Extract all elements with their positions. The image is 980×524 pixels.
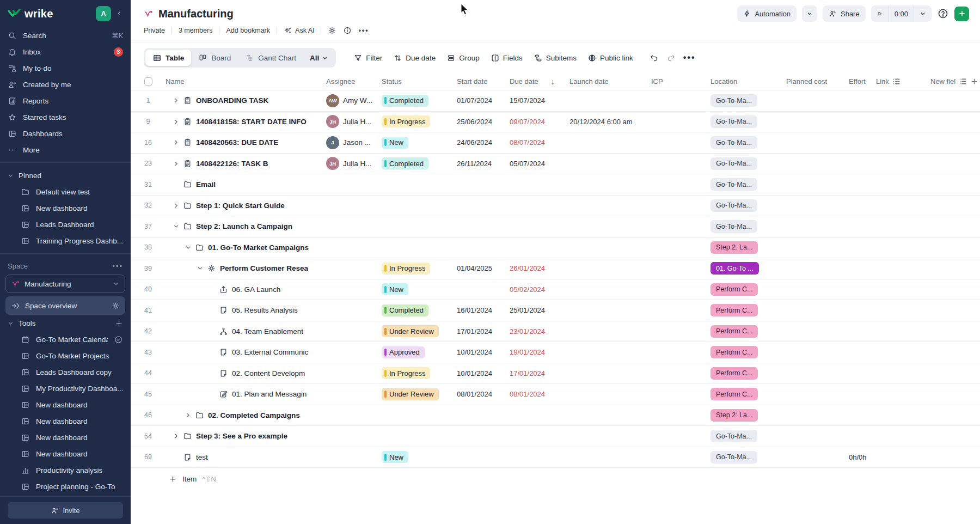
due-date[interactable]: 17/01/2024: [510, 369, 545, 377]
tools-section-header[interactable]: Tools: [0, 315, 131, 331]
task-name-cell[interactable]: 05. Results Analysis: [166, 306, 326, 315]
table-row[interactable]: 31 Email Go-To-Ma...: [131, 174, 980, 196]
column-header-location[interactable]: Location: [710, 77, 786, 86]
toolbar-filter[interactable]: Filter: [353, 53, 382, 63]
location-chip[interactable]: Go-To-Ma...: [710, 220, 757, 233]
column-header-assignee[interactable]: Assignee: [326, 77, 382, 86]
user-avatar[interactable]: A: [96, 6, 111, 21]
table-row[interactable]: 23 1408422126: TASK B JHJulia H... Compl…: [131, 154, 980, 175]
status-badge[interactable]: In Progress: [382, 367, 430, 379]
due-date[interactable]: 19/01/2024: [510, 348, 545, 356]
toolbar-public-link[interactable]: Public link: [587, 53, 633, 63]
location-chip[interactable]: Perform C...: [710, 388, 758, 400]
add-bookmark-button[interactable]: Add bookmark: [226, 27, 270, 34]
table-row[interactable]: 54 Step 3: See a Pro example Go-To-Ma...: [131, 426, 980, 447]
tool-item[interactable]: Go-To Market Projects: [0, 348, 131, 364]
expand-chevron-right-icon[interactable]: [182, 412, 194, 418]
start-date[interactable]: 26/11/2024: [457, 160, 492, 168]
column-header-link[interactable]: Link: [876, 77, 930, 86]
table-row[interactable]: 9 1408418158: START DATE INFO JHJulia H.…: [131, 112, 980, 133]
expand-chevron-right-icon[interactable]: [170, 98, 182, 103]
due-date[interactable]: 05/02/2024: [510, 285, 545, 294]
task-name-cell[interactable]: 04. Team Enablement: [166, 327, 326, 336]
start-date[interactable]: 17/01/2024: [457, 327, 492, 336]
status-badge[interactable]: Completed: [382, 157, 428, 169]
start-date[interactable]: 01/04/2025: [457, 264, 492, 272]
automation-dropdown-button[interactable]: [802, 5, 817, 22]
sidebar-item-reports[interactable]: Reports: [0, 93, 131, 109]
members-label[interactable]: 3 members: [179, 27, 213, 34]
effort-value[interactable]: 0h/0h: [849, 453, 867, 461]
tab-board[interactable]: Board: [191, 50, 238, 66]
status-badge[interactable]: In Progress: [382, 115, 430, 127]
space-more-icon[interactable]: •••: [112, 262, 123, 270]
tool-item[interactable]: New dashboard: [0, 429, 131, 446]
help-button[interactable]: [937, 8, 949, 20]
assignee-cell[interactable]: AWAmy W...: [326, 94, 372, 107]
toolbar-due-date[interactable]: Due date: [393, 53, 436, 63]
task-name-cell[interactable]: Perform Customer Resea: [166, 264, 326, 273]
location-chip[interactable]: Go-To-Ma...: [710, 115, 757, 128]
task-name-cell[interactable]: 03. External Communic: [166, 348, 326, 357]
table-row[interactable]: 69 test New Go-To-Ma... 0h/0h: [131, 447, 980, 468]
toolbar-more-icon[interactable]: •••: [683, 53, 696, 63]
task-name-cell[interactable]: Step 2: Launch a Campaign: [166, 222, 326, 231]
location-chip[interactable]: Perform C...: [710, 304, 758, 316]
sidebar-collapse-icon[interactable]: [115, 10, 123, 17]
timer-dropdown[interactable]: [914, 5, 932, 22]
table-row[interactable]: 45 01. Plan and Messagin Under Review 08…: [131, 384, 980, 405]
start-date[interactable]: 24/06/2024: [457, 138, 492, 147]
tool-item[interactable]: Leads Dashboard copy: [0, 364, 131, 380]
expand-chevron-right-icon[interactable]: [170, 433, 182, 439]
status-badge[interactable]: In Progress: [382, 263, 430, 275]
play-button[interactable]: [871, 5, 889, 22]
more-options-icon[interactable]: •••: [358, 27, 369, 34]
pinned-item[interactable]: Leads Dashboard: [0, 216, 131, 233]
toolbar-group[interactable]: Group: [446, 53, 480, 63]
location-chip[interactable]: Perform C...: [710, 325, 758, 338]
timer-value[interactable]: 0:00: [889, 5, 914, 22]
sidebar-item-created-by-me[interactable]: Created by me: [0, 76, 131, 93]
assignee-cell[interactable]: JJason ...: [326, 136, 371, 149]
due-date[interactable]: 09/07/2024: [510, 118, 545, 126]
pinned-section-header[interactable]: Pinned: [0, 167, 131, 184]
assignee-cell[interactable]: JHJulia H...: [326, 157, 372, 170]
location-chip[interactable]: 01. Go-To ...: [710, 262, 759, 275]
status-badge[interactable]: Under Review: [382, 325, 439, 337]
task-name-cell[interactable]: ONBOARDING TASK: [166, 96, 326, 105]
tab-gantt-chart[interactable]: Gantt Chart: [238, 50, 303, 66]
task-name-cell[interactable]: 02. Completed Campaigns: [166, 411, 326, 420]
add-item-row[interactable]: Item ^⇧N: [131, 468, 980, 490]
location-chip[interactable]: Perform C...: [710, 346, 758, 358]
pinned-item[interactable]: Training Progress Dashb...: [0, 233, 131, 249]
column-header-status[interactable]: Status: [382, 77, 457, 86]
expand-chevron-right-icon[interactable]: [170, 161, 182, 167]
due-date[interactable]: 15/07/2024: [510, 96, 545, 105]
due-date[interactable]: 25/01/2024: [510, 306, 545, 314]
pinned-item[interactable]: New dashboard: [0, 200, 131, 216]
create-button[interactable]: [954, 7, 969, 21]
undo-icon[interactable]: [650, 53, 659, 63]
column-header-planned-cost[interactable]: Planned cost: [786, 77, 849, 86]
task-name-cell[interactable]: Step 3: See a Pro example: [166, 431, 326, 441]
tool-item[interactable]: New dashboard: [0, 413, 131, 429]
privacy-label[interactable]: Private: [144, 27, 165, 34]
table-row[interactable]: 39 Perform Customer Resea In Progress 01…: [131, 258, 980, 279]
status-badge[interactable]: Under Review: [382, 388, 439, 400]
location-chip[interactable]: Go-To-Ma...: [710, 430, 757, 442]
sidebar-item-inbox[interactable]: Inbox 3: [0, 44, 131, 60]
tool-item[interactable]: My Productivity Dashboa...: [0, 380, 131, 397]
location-chip[interactable]: Go-To-Ma...: [710, 178, 757, 191]
wrike-logo[interactable]: wrike: [8, 8, 91, 20]
launch-date[interactable]: 20/12/2024 6:00 am: [569, 118, 633, 126]
add-tool-icon[interactable]: [115, 319, 123, 327]
due-date[interactable]: 08/07/2024: [510, 138, 545, 147]
expand-chevron-right-icon[interactable]: [170, 119, 182, 125]
task-name-cell[interactable]: 1408422126: TASK B: [166, 159, 326, 168]
table-row[interactable]: 41 05. Results Analysis Completed 16/01/…: [131, 300, 980, 321]
task-name-cell[interactable]: 06. GA Launch: [166, 285, 326, 294]
sidebar-item-starred-tasks[interactable]: Starred tasks: [0, 109, 131, 125]
location-chip[interactable]: Perform C...: [710, 283, 758, 296]
toolbar-fields[interactable]: Fields: [491, 53, 523, 63]
due-date[interactable]: 08/01/2024: [510, 390, 545, 398]
